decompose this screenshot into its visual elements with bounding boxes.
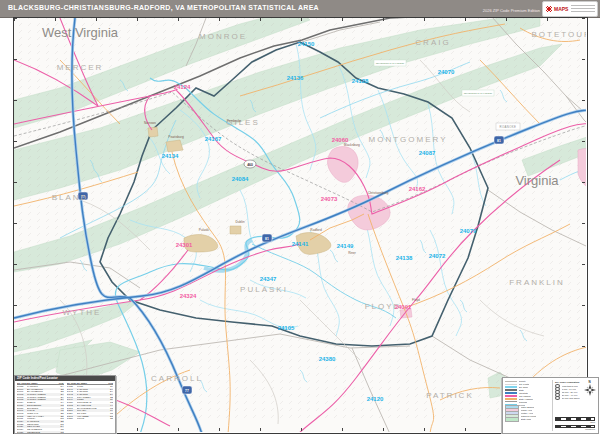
table-row: 24380WILLISE5 (67, 417, 114, 420)
ruler-ticks-top (14, 18, 586, 21)
zip-index-column-1: ZIP CodeZIP NameGrid 24058PARROTTD424060… (17, 382, 64, 433)
map-poster: { "header": { "title": "BLACKSBURG-CHRIS… (0, 0, 600, 434)
compass-rose: N (583, 380, 596, 395)
ruler-ticks-right (582, 18, 585, 431)
legend-symbols: CountyCity LimitsZIP CodeStateInterstate… (505, 380, 553, 431)
map-legend: CountyCity LimitsZIP CodeStateInterstate… (502, 377, 599, 434)
legend-population: ZIP Code Population Less than 5,0005,000… (555, 380, 596, 431)
scale-label-miles: Miles (555, 421, 595, 423)
zip-index-table: ZIP Code Index/Post Locator ZIP CodeZIP … (14, 375, 116, 434)
compass-rose-icon (584, 384, 596, 396)
ruler-ticks-left (14, 18, 17, 431)
map-frame (13, 17, 588, 434)
legend-item: State Park (505, 418, 551, 421)
legend-item: 50,000 and above (555, 396, 596, 399)
scale-label-km: Kilometers (555, 428, 595, 430)
zip-index-column-2: ZIP CodeZIP NameGrid 24138PILOTE424141RA… (67, 382, 114, 433)
table-row: 24136PEMBROKEC3 (17, 431, 64, 434)
scale-bars: Miles Kilometers (555, 415, 595, 430)
